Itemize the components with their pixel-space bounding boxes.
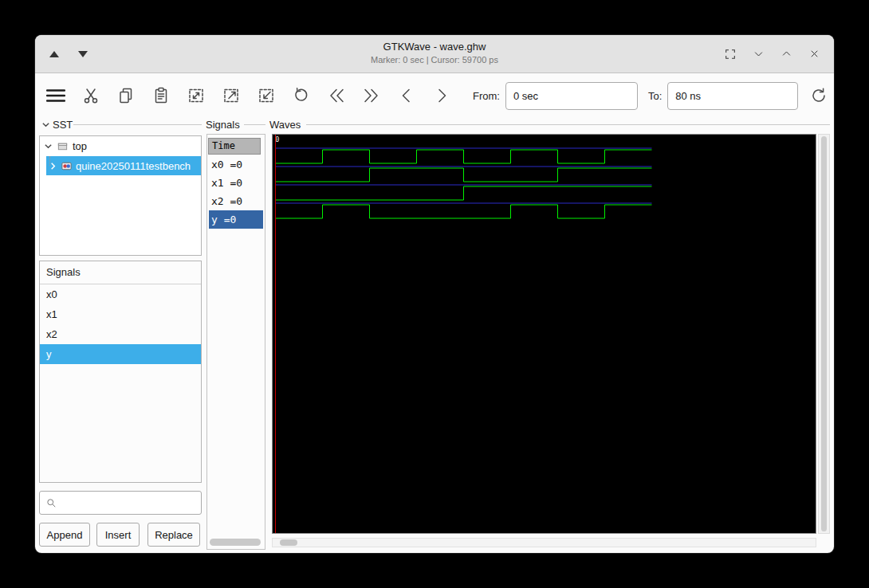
maximize-icon[interactable] bbox=[779, 47, 793, 61]
tree-node-label: top bbox=[73, 140, 87, 152]
reload-icon[interactable] bbox=[804, 81, 833, 110]
titlebar-right-controls bbox=[723, 35, 821, 73]
go-to-start-icon[interactable] bbox=[322, 81, 351, 110]
signal-row-x1[interactable]: x1 =0 bbox=[209, 174, 263, 192]
signal-row-x2[interactable]: x2 =0 bbox=[209, 192, 263, 210]
component-icon bbox=[61, 160, 73, 172]
window-title: GTKWave - wave.ghw bbox=[35, 41, 834, 53]
close-icon[interactable] bbox=[807, 47, 821, 61]
waves-hscrollbar[interactable] bbox=[272, 538, 816, 547]
waves-hscrollbar-thumb[interactable] bbox=[280, 539, 297, 546]
cut-icon[interactable] bbox=[77, 81, 105, 110]
waves-vscrollbar[interactable] bbox=[818, 134, 830, 534]
search-icon bbox=[45, 497, 57, 509]
signals-frame-line bbox=[244, 124, 265, 125]
to-label: To: bbox=[648, 90, 662, 102]
append-button[interactable]: Append bbox=[39, 523, 90, 547]
zoom-in-icon[interactable] bbox=[217, 81, 246, 110]
tree-node-label: quine20250111testbench bbox=[76, 160, 191, 172]
time-header[interactable]: Time bbox=[208, 138, 261, 155]
waves-vscrollbar-thumb[interactable] bbox=[821, 136, 827, 531]
tree-node-testbench[interactable]: quine20250111testbench bbox=[46, 156, 201, 175]
sst-signals-panel: Signals x0 x1 x2 y bbox=[39, 261, 202, 483]
desktop: { "window": { "title": "GTKWave - wave.g… bbox=[0, 0, 869, 588]
module-icon bbox=[57, 140, 69, 152]
waves-panel-label: Waves bbox=[269, 119, 301, 131]
waveform-traces bbox=[273, 135, 816, 533]
sst-tree: top quine20250111testbench bbox=[39, 135, 202, 256]
signal-list-item[interactable]: x1 bbox=[40, 304, 201, 324]
tree-connector bbox=[49, 156, 50, 166]
titlebar[interactable]: GTKWave - wave.ghw Marker: 0 sec | Curso… bbox=[35, 35, 834, 73]
step-back-icon[interactable] bbox=[392, 81, 421, 110]
to-input[interactable] bbox=[667, 82, 798, 110]
signal-row-x0[interactable]: x0 =0 bbox=[209, 155, 263, 174]
signals-hscrollbar[interactable] bbox=[210, 539, 261, 546]
signal-row-y-selected[interactable]: y =0 bbox=[209, 210, 263, 229]
sst-frame-line bbox=[73, 124, 202, 125]
signals-panel-label: Signals bbox=[206, 119, 240, 131]
expander-down-icon[interactable] bbox=[44, 142, 53, 151]
zoom-out-icon[interactable] bbox=[252, 81, 281, 110]
undo-icon[interactable] bbox=[287, 81, 316, 110]
signal-list-item-selected[interactable]: y bbox=[40, 344, 201, 364]
wave-canvas[interactable]: 0 bbox=[272, 134, 816, 534]
waves-frame-line bbox=[306, 124, 830, 125]
toolbar: From: To: bbox=[35, 73, 834, 118]
sst-signals-label: Signals bbox=[40, 261, 201, 284]
paste-icon[interactable] bbox=[147, 81, 175, 110]
step-forward-icon[interactable] bbox=[427, 81, 456, 110]
menu-icon[interactable] bbox=[41, 81, 70, 110]
signal-list-item[interactable]: x0 bbox=[40, 284, 201, 304]
from-label: From: bbox=[473, 90, 500, 102]
signal-search[interactable] bbox=[39, 491, 202, 515]
tree-node-top[interactable]: top bbox=[40, 136, 201, 156]
search-input[interactable] bbox=[57, 491, 201, 515]
minimize-icon[interactable] bbox=[751, 47, 765, 61]
tile-window-icon[interactable] bbox=[723, 47, 737, 61]
replace-button[interactable]: Replace bbox=[147, 523, 200, 547]
signal-list-item[interactable]: x2 bbox=[40, 324, 201, 344]
go-to-end-icon[interactable] bbox=[357, 81, 386, 110]
from-input[interactable] bbox=[505, 82, 638, 110]
sst-collapse-icon[interactable] bbox=[41, 120, 50, 129]
marker-cursor-status: Marker: 0 sec | Cursor: 59700 ps bbox=[35, 55, 834, 65]
gtkwave-window: GTKWave - wave.ghw Marker: 0 sec | Curso… bbox=[35, 35, 834, 553]
signals-column: Time x0 =0 x1 =0 x2 =0 y =0 bbox=[206, 134, 265, 550]
sst-header[interactable]: SST bbox=[41, 119, 73, 131]
zoom-fit-icon[interactable] bbox=[182, 81, 210, 110]
insert-button[interactable]: Insert bbox=[96, 523, 140, 547]
copy-icon[interactable] bbox=[112, 81, 140, 110]
